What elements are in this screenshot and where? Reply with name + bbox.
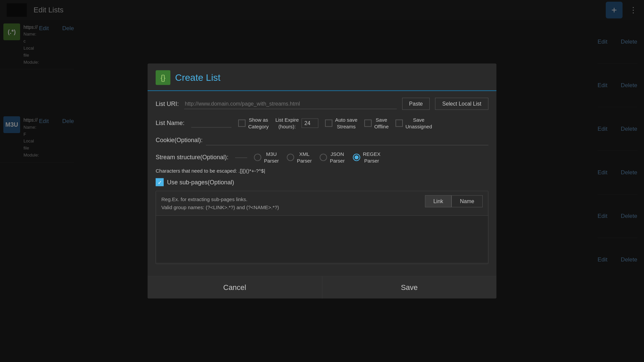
expire-label: List Expire(hours):	[275, 117, 299, 130]
stream-structure-row: Stream structure(Optional): —— M3UParser…	[156, 151, 488, 164]
subpages-row: ✓ Use sub-pages(Optional)	[156, 178, 488, 186]
save-button[interactable]: Save	[322, 277, 497, 299]
dialog-header: {} Create List	[148, 64, 496, 91]
cookie-input[interactable]	[206, 135, 488, 145]
options-row: List Name: Show asCategory List Expire(h…	[156, 117, 488, 130]
expire-input[interactable]	[302, 118, 318, 128]
stream-structure-label: Stream structure(Optional):	[156, 154, 228, 161]
stream-separator: ——	[235, 154, 247, 161]
m3u-label: M3UParser	[264, 151, 279, 164]
show-as-category-label: Show asCategory	[248, 117, 269, 130]
escape-chars-note: Characters that need to be escaped: .[]{…	[156, 168, 488, 174]
regex-label: REGEXParser	[363, 151, 381, 164]
cookie-label: Cookie(Optional):	[156, 137, 203, 144]
dialog-body: List URI: Paste Select Local List List N…	[148, 91, 496, 276]
save-unassigned-checkbox[interactable]	[395, 119, 403, 127]
cookie-row: Cookie(Optional):	[156, 135, 488, 145]
uri-input[interactable]	[184, 99, 397, 109]
cancel-button[interactable]: Cancel	[148, 277, 322, 299]
regex-radio[interactable]	[353, 154, 360, 161]
save-unassigned-group: SaveUnassigned	[395, 117, 432, 130]
xml-parser-option[interactable]: XMLParser	[287, 151, 312, 164]
name-input[interactable]	[191, 119, 231, 128]
auto-save-label: Auto saveStreams	[335, 117, 358, 130]
list-expire-group: List Expire(hours):	[275, 117, 318, 130]
create-list-dialog: {} Create List List URI: Paste Select Lo…	[148, 64, 496, 299]
regex-parser-option[interactable]: REGEXParser	[353, 151, 381, 164]
regex-area: Reg.Ex. for extracting sub-pages links. …	[156, 191, 488, 264]
json-label: JSONParser	[330, 151, 344, 164]
subpages-checkbox[interactable]: ✓	[156, 178, 164, 186]
paste-button[interactable]: Paste	[402, 98, 430, 110]
regex-tab-link[interactable]: Link	[425, 195, 451, 207]
show-as-category-group: Show asCategory	[238, 117, 269, 130]
m3u-radio[interactable]	[254, 154, 261, 161]
dialog-icon: {}	[156, 70, 170, 85]
json-parser-option[interactable]: JSONParser	[320, 151, 344, 164]
subpages-label: Use sub-pages(Optional)	[167, 179, 234, 186]
regex-textarea[interactable]	[156, 216, 488, 262]
regex-description: Reg.Ex. for extracting sub-pages links. …	[161, 195, 279, 212]
auto-save-checkbox[interactable]	[325, 119, 332, 127]
uri-label: List URI:	[156, 100, 179, 107]
save-unassigned-label: SaveUnassigned	[406, 117, 432, 130]
json-radio[interactable]	[320, 154, 327, 161]
m3u-parser-option[interactable]: M3UParser	[254, 151, 279, 164]
parser-radio-group: M3UParser XMLParser JSONParser REGEXPars…	[254, 151, 380, 164]
regex-tab-name[interactable]: Name	[451, 195, 483, 207]
save-offline-label: SaveOffline	[374, 117, 389, 130]
name-label: List Name:	[156, 120, 184, 127]
dialog-icon-text: {}	[161, 73, 166, 82]
auto-save-streams-group: Auto saveStreams	[325, 117, 358, 130]
regex-tabs: Link Name	[425, 195, 483, 207]
dialog-title: Create List	[175, 72, 220, 83]
show-as-category-checkbox[interactable]	[238, 119, 246, 127]
save-offline-group: SaveOffline	[364, 117, 389, 130]
dialog-footer: Cancel Save	[148, 276, 496, 299]
save-offline-checkbox[interactable]	[364, 119, 372, 127]
xml-label: XMLParser	[297, 151, 312, 164]
regex-header: Reg.Ex. for extracting sub-pages links. …	[156, 191, 488, 216]
xml-radio[interactable]	[287, 154, 294, 161]
uri-row: List URI: Paste Select Local List	[156, 98, 488, 110]
select-local-list-button[interactable]: Select Local List	[435, 98, 488, 110]
